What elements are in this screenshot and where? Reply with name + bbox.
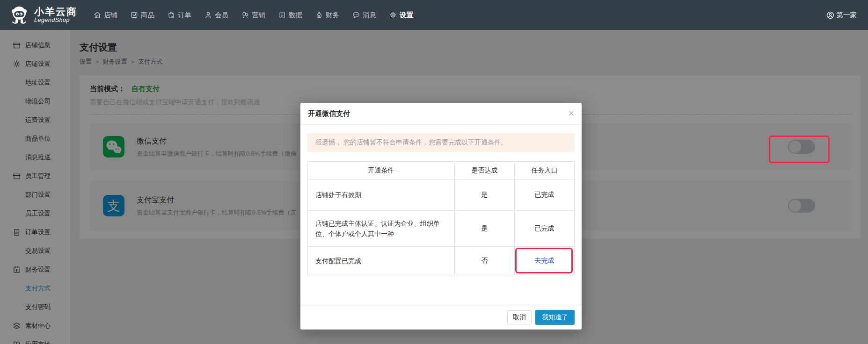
cancel-button[interactable]: 取消 xyxy=(507,310,532,324)
top-navbar: 小羊云商 LegendShop 店铺 商品 订单 会员 营销 数据 xyxy=(0,0,868,30)
table-row: 店铺已完成主体认证、认证为企业、组织单位、个体户或个人其中一种 是 已完成 xyxy=(308,211,575,247)
nav-item-marketing[interactable]: 营销 xyxy=(241,11,265,20)
modal-header: 开通微信支付 × xyxy=(300,103,582,125)
table-row: 店铺处于有效期 是 已完成 xyxy=(308,179,575,211)
data-document-icon xyxy=(278,11,286,19)
order-bag-plus-icon xyxy=(167,11,175,19)
marketing-balloons-icon xyxy=(241,11,249,19)
open-wechat-pay-modal: 开通微信支付 × 很遗憾， 您的店铺暂不符合申请条件，您需要完成以下开通条件。 … xyxy=(300,103,582,330)
logo-title: 小羊云商 xyxy=(34,6,77,17)
shop-home-icon xyxy=(93,11,102,19)
settings-gear-icon xyxy=(389,11,397,19)
table-header-row: 开通条件 是否达成 任务入口 xyxy=(308,162,575,179)
modal-footer: 取消 我知道了 xyxy=(300,305,582,330)
entry-cell: 已完成 xyxy=(514,211,574,247)
app-logo: 小羊云商 LegendShop xyxy=(8,4,77,26)
nav-item-settings[interactable]: 设置 xyxy=(389,11,413,20)
warning-alert: 很遗憾， 您的店铺暂不符合申请条件，您需要完成以下开通条件。 xyxy=(307,133,575,152)
nav-item-goods[interactable]: 商品 xyxy=(130,11,154,20)
message-bubble-icon xyxy=(352,11,360,19)
goods-bag-icon xyxy=(130,11,139,19)
annotation-box-go-complete xyxy=(515,248,573,273)
nav-item-shop[interactable]: 店铺 xyxy=(93,11,117,20)
nav-label: 会员 xyxy=(215,11,228,20)
nav-item-data[interactable]: 数据 xyxy=(278,11,302,20)
achieved-cell: 否 xyxy=(454,247,514,275)
finance-moneybag-icon xyxy=(315,11,323,19)
condition-cell: 店铺已完成主体认证、认证为企业、组织单位、个体户或个人其中一种 xyxy=(308,211,455,247)
logo-subtitle: LegendShop xyxy=(34,17,77,24)
annotation-box-wechat-toggle xyxy=(769,136,830,163)
nav-item-orders[interactable]: 订单 xyxy=(167,11,191,20)
achieved-cell: 是 xyxy=(454,179,514,211)
sheep-mascot-icon xyxy=(8,4,30,26)
close-icon[interactable]: × xyxy=(568,108,574,119)
column-header-condition: 开通条件 xyxy=(308,162,455,179)
nav-label: 设置 xyxy=(400,11,413,20)
nav-item-members[interactable]: 会员 xyxy=(204,11,228,20)
condition-cell: 支付配置已完成 xyxy=(308,247,455,275)
nav-label: 消息 xyxy=(363,11,376,20)
nav-label: 商品 xyxy=(141,11,154,20)
ok-button[interactable]: 我知道了 xyxy=(535,310,575,325)
nav-item-finance[interactable]: 财务 xyxy=(315,11,339,20)
user-avatar-icon xyxy=(826,11,835,20)
nav-label: 财务 xyxy=(326,11,339,20)
condition-cell: 店铺处于有效期 xyxy=(308,179,455,211)
nav-label: 数据 xyxy=(289,11,302,20)
nav-item-messages[interactable]: 消息 xyxy=(352,11,376,20)
nav-label: 店铺 xyxy=(104,11,117,20)
column-header-achieved: 是否达成 xyxy=(454,162,514,179)
main-nav: 店铺 商品 订单 会员 营销 数据 财务 消息 xyxy=(93,11,413,20)
achieved-cell: 是 xyxy=(454,211,514,247)
member-person-icon xyxy=(204,11,212,19)
nav-label: 订单 xyxy=(178,11,191,20)
account-name: 第一家 xyxy=(837,11,857,20)
account-menu[interactable]: 第一家 xyxy=(826,11,857,20)
column-header-task-entry: 任务入口 xyxy=(514,162,574,179)
modal-title: 开通微信支付 xyxy=(308,109,350,118)
nav-label: 营销 xyxy=(252,11,265,20)
entry-cell: 已完成 xyxy=(514,179,574,211)
